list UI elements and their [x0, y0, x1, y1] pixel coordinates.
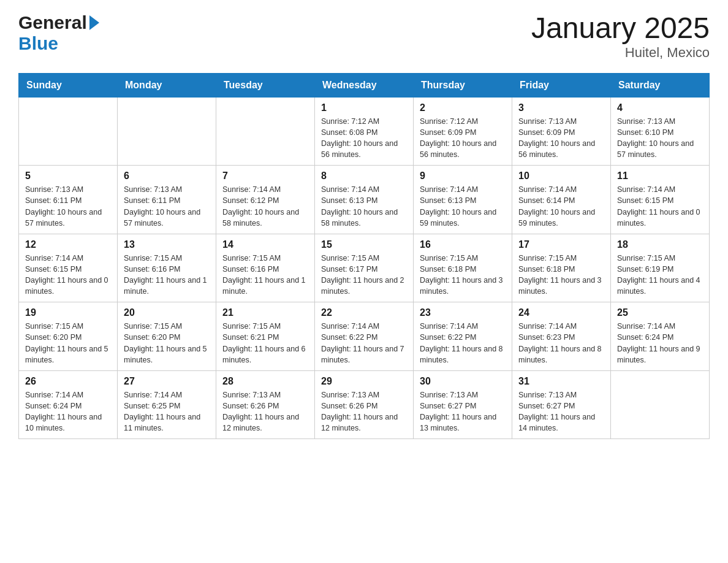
day-info: Sunrise: 7:15 AM Sunset: 6:16 PM Dayligh… — [222, 253, 308, 297]
day-number: 25 — [617, 307, 703, 318]
day-number: 26 — [25, 376, 111, 387]
table-row — [19, 97, 118, 166]
day-number: 30 — [420, 376, 506, 387]
table-row: 30Sunrise: 7:13 AM Sunset: 6:27 PM Dayli… — [414, 370, 512, 439]
day-number: 12 — [25, 239, 111, 250]
table-row: 29Sunrise: 7:13 AM Sunset: 6:26 PM Dayli… — [315, 370, 414, 439]
day-number: 7 — [222, 170, 308, 182]
table-row: 26Sunrise: 7:14 AM Sunset: 6:24 PM Dayli… — [19, 370, 118, 439]
day-info: Sunrise: 7:15 AM Sunset: 6:20 PM Dayligh… — [124, 321, 210, 366]
day-info: Sunrise: 7:14 AM Sunset: 6:25 PM Dayligh… — [124, 389, 210, 434]
day-info: Sunrise: 7:13 AM Sunset: 6:11 PM Dayligh… — [124, 184, 210, 229]
day-info: Sunrise: 7:14 AM Sunset: 6:15 PM Dayligh… — [617, 184, 703, 229]
day-info: Sunrise: 7:14 AM Sunset: 6:12 PM Dayligh… — [222, 184, 308, 229]
day-info: Sunrise: 7:14 AM Sunset: 6:14 PM Dayligh… — [518, 184, 604, 229]
table-row: 12Sunrise: 7:14 AM Sunset: 6:15 PM Dayli… — [19, 234, 118, 302]
day-number: 6 — [124, 170, 210, 182]
day-info: Sunrise: 7:15 AM Sunset: 6:21 PM Dayligh… — [222, 321, 308, 366]
table-row: 18Sunrise: 7:15 AM Sunset: 6:19 PM Dayli… — [611, 234, 710, 302]
day-info: Sunrise: 7:15 AM Sunset: 6:19 PM Dayligh… — [617, 253, 703, 297]
day-number: 16 — [420, 239, 506, 250]
table-row: 19Sunrise: 7:15 AM Sunset: 6:20 PM Dayli… — [19, 302, 118, 371]
table-row: 14Sunrise: 7:15 AM Sunset: 6:16 PM Dayli… — [216, 234, 315, 302]
logo: General Blue — [18, 12, 99, 54]
logo-triangle-icon — [89, 15, 99, 30]
table-row: 16Sunrise: 7:15 AM Sunset: 6:18 PM Dayli… — [414, 234, 512, 302]
day-number: 9 — [420, 170, 506, 182]
table-row: 4Sunrise: 7:13 AM Sunset: 6:10 PM Daylig… — [611, 97, 710, 166]
day-info: Sunrise: 7:13 AM Sunset: 6:27 PM Dayligh… — [420, 389, 506, 434]
table-row: 17Sunrise: 7:15 AM Sunset: 6:18 PM Dayli… — [512, 234, 611, 302]
logo-blue-text: Blue — [18, 33, 58, 54]
table-row: 5Sunrise: 7:13 AM Sunset: 6:11 PM Daylig… — [19, 166, 118, 234]
calendar-header-row: Sunday Monday Tuesday Wednesday Thursday… — [19, 73, 710, 97]
day-number: 11 — [617, 170, 703, 182]
table-row — [118, 97, 216, 166]
page-header: General Blue January 2025 Huitel, Mexico — [18, 12, 710, 61]
col-tuesday: Tuesday — [216, 73, 315, 97]
day-number: 29 — [321, 376, 407, 387]
table-row — [216, 97, 315, 166]
day-info: Sunrise: 7:14 AM Sunset: 6:15 PM Dayligh… — [25, 253, 111, 297]
day-info: Sunrise: 7:14 AM Sunset: 6:22 PM Dayligh… — [321, 321, 407, 366]
logo-general-text: General — [18, 12, 87, 33]
day-info: Sunrise: 7:14 AM Sunset: 6:13 PM Dayligh… — [321, 184, 407, 229]
title-section: January 2025 Huitel, Mexico — [531, 12, 710, 61]
table-row: 1Sunrise: 7:12 AM Sunset: 6:08 PM Daylig… — [315, 97, 414, 166]
day-info: Sunrise: 7:15 AM Sunset: 6:18 PM Dayligh… — [518, 253, 604, 297]
table-row: 8Sunrise: 7:14 AM Sunset: 6:13 PM Daylig… — [315, 166, 414, 234]
day-number: 27 — [124, 376, 210, 387]
table-row: 31Sunrise: 7:13 AM Sunset: 6:27 PM Dayli… — [512, 370, 611, 439]
day-info: Sunrise: 7:13 AM Sunset: 6:10 PM Dayligh… — [617, 116, 703, 161]
col-monday: Monday — [118, 73, 216, 97]
day-info: Sunrise: 7:15 AM Sunset: 6:17 PM Dayligh… — [321, 253, 407, 297]
day-number: 24 — [518, 307, 604, 318]
col-saturday: Saturday — [611, 73, 710, 97]
col-thursday: Thursday — [414, 73, 512, 97]
day-info: Sunrise: 7:14 AM Sunset: 6:23 PM Dayligh… — [518, 321, 604, 366]
table-row: 28Sunrise: 7:13 AM Sunset: 6:26 PM Dayli… — [216, 370, 315, 439]
calendar-subtitle: Huitel, Mexico — [531, 45, 710, 61]
table-row: 6Sunrise: 7:13 AM Sunset: 6:11 PM Daylig… — [118, 166, 216, 234]
day-number: 28 — [222, 376, 308, 387]
day-info: Sunrise: 7:15 AM Sunset: 6:16 PM Dayligh… — [124, 253, 210, 297]
day-info: Sunrise: 7:15 AM Sunset: 6:20 PM Dayligh… — [25, 321, 111, 366]
table-row: 3Sunrise: 7:13 AM Sunset: 6:09 PM Daylig… — [512, 97, 611, 166]
calendar-week-row: 5Sunrise: 7:13 AM Sunset: 6:11 PM Daylig… — [19, 166, 710, 234]
day-number: 8 — [321, 170, 407, 182]
table-row: 13Sunrise: 7:15 AM Sunset: 6:16 PM Dayli… — [118, 234, 216, 302]
day-number: 2 — [420, 102, 506, 113]
day-number: 19 — [25, 307, 111, 318]
day-info: Sunrise: 7:14 AM Sunset: 6:22 PM Dayligh… — [420, 321, 506, 366]
calendar-week-row: 12Sunrise: 7:14 AM Sunset: 6:15 PM Dayli… — [19, 234, 710, 302]
calendar-table: Sunday Monday Tuesday Wednesday Thursday… — [18, 73, 710, 440]
table-row: 24Sunrise: 7:14 AM Sunset: 6:23 PM Dayli… — [512, 302, 611, 371]
col-friday: Friday — [512, 73, 611, 97]
day-number: 5 — [25, 170, 111, 182]
table-row: 27Sunrise: 7:14 AM Sunset: 6:25 PM Dayli… — [118, 370, 216, 439]
day-number: 23 — [420, 307, 506, 318]
day-info: Sunrise: 7:12 AM Sunset: 6:08 PM Dayligh… — [321, 116, 407, 161]
table-row: 23Sunrise: 7:14 AM Sunset: 6:22 PM Dayli… — [414, 302, 512, 371]
day-info: Sunrise: 7:14 AM Sunset: 6:24 PM Dayligh… — [617, 321, 703, 366]
table-row: 20Sunrise: 7:15 AM Sunset: 6:20 PM Dayli… — [118, 302, 216, 371]
day-info: Sunrise: 7:13 AM Sunset: 6:26 PM Dayligh… — [321, 389, 407, 434]
day-number: 17 — [518, 239, 604, 250]
table-row: 10Sunrise: 7:14 AM Sunset: 6:14 PM Dayli… — [512, 166, 611, 234]
table-row: 25Sunrise: 7:14 AM Sunset: 6:24 PM Dayli… — [611, 302, 710, 371]
day-number: 3 — [518, 102, 604, 113]
col-sunday: Sunday — [19, 73, 118, 97]
calendar-week-row: 19Sunrise: 7:15 AM Sunset: 6:20 PM Dayli… — [19, 302, 710, 371]
day-number: 15 — [321, 239, 407, 250]
day-number: 10 — [518, 170, 604, 182]
day-info: Sunrise: 7:13 AM Sunset: 6:11 PM Dayligh… — [25, 184, 111, 229]
day-number: 13 — [124, 239, 210, 250]
calendar-week-row: 26Sunrise: 7:14 AM Sunset: 6:24 PM Dayli… — [19, 370, 710, 439]
table-row: 9Sunrise: 7:14 AM Sunset: 6:13 PM Daylig… — [414, 166, 512, 234]
day-info: Sunrise: 7:14 AM Sunset: 6:13 PM Dayligh… — [420, 184, 506, 229]
table-row: 11Sunrise: 7:14 AM Sunset: 6:15 PM Dayli… — [611, 166, 710, 234]
calendar-week-row: 1Sunrise: 7:12 AM Sunset: 6:08 PM Daylig… — [19, 97, 710, 166]
table-row: 7Sunrise: 7:14 AM Sunset: 6:12 PM Daylig… — [216, 166, 315, 234]
table-row: 22Sunrise: 7:14 AM Sunset: 6:22 PM Dayli… — [315, 302, 414, 371]
day-info: Sunrise: 7:13 AM Sunset: 6:09 PM Dayligh… — [518, 116, 604, 161]
